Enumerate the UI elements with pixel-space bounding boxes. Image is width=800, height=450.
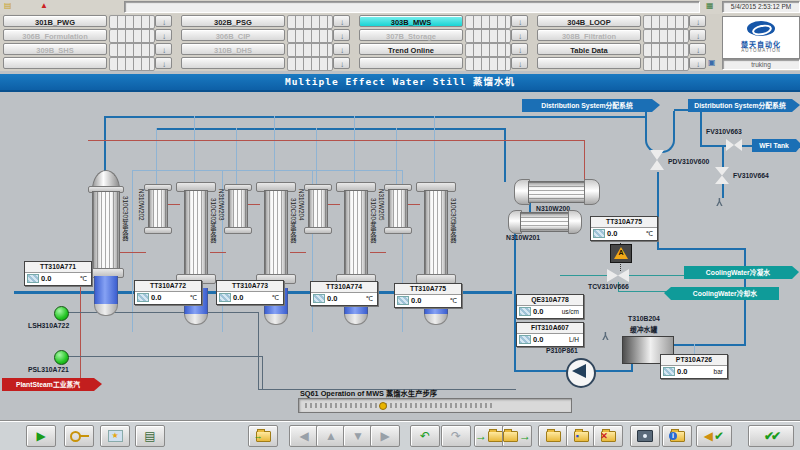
nav-306b-formulation[interactable]: 306B_Formulation	[3, 29, 107, 41]
arrow-right-icon	[792, 266, 799, 279]
logo-subtext: AUTOMATION	[723, 48, 799, 53]
pump-impeller-icon	[572, 364, 586, 378]
address-field[interactable]	[124, 1, 700, 13]
nav-309b-shs[interactable]: 309B_SHS	[3, 43, 107, 55]
qe310a778-display[interactable]: QE310A778 0.0us/cm	[516, 294, 584, 319]
nav-308b-filtration[interactable]: 308B_Filtration	[537, 29, 641, 41]
nav-up-button[interactable]: ▲	[316, 425, 346, 447]
nav-306b-cip[interactable]: 306B_CIP	[181, 29, 285, 41]
mini-app-icon[interactable]: ▣	[708, 59, 716, 67]
nav-down-button[interactable]: ▼	[343, 425, 373, 447]
pt310a726-display[interactable]: PT310A726 0.0bar	[660, 354, 728, 379]
tt310a775-condenser-display[interactable]: TT310A775 0.0℃	[590, 216, 658, 241]
pipe-steam	[584, 140, 585, 181]
nav-down-arrow-button[interactable]: ↓	[689, 43, 706, 55]
printer-icon[interactable]: ▦	[706, 2, 714, 10]
nav-blank-button[interactable]	[3, 57, 107, 69]
alarm-icon[interactable]: ▲	[40, 2, 48, 10]
fv664-valve[interactable]	[715, 167, 729, 184]
pipe	[262, 356, 263, 390]
quality-chip-icon	[663, 367, 675, 376]
folder-import-button[interactable]: →	[248, 425, 278, 447]
evaporator-column[interactable]	[264, 190, 288, 276]
tt310a772-display[interactable]: TT310A772 0.0℃	[134, 280, 202, 305]
nav-down-arrow-button[interactable]: ↓	[511, 43, 528, 55]
evaporator-column[interactable]	[92, 191, 120, 272]
ack-all-button[interactable]: ✔✔	[748, 425, 794, 447]
nav-blank-button[interactable]	[181, 57, 285, 69]
nav-down-arrow-button[interactable]: ↓	[155, 29, 172, 41]
evaporator-column[interactable]	[344, 190, 368, 276]
open-folder-icon	[546, 431, 561, 442]
report-button[interactable]: ▤	[135, 425, 165, 447]
info-button[interactable]: i	[662, 425, 692, 447]
fit310a607-display[interactable]: FIT310A607 0.0L/H	[516, 322, 584, 347]
nav-down-arrow-button[interactable]: ↓	[333, 29, 350, 41]
nav-down-arrow-button[interactable]: ↓	[511, 15, 528, 27]
nav-trend-online[interactable]: Trend Online	[359, 43, 463, 55]
pdv-valve-tag: PDV310V600	[668, 158, 709, 165]
redo-button[interactable]: ↷	[441, 425, 471, 447]
note-icon[interactable]: ▤	[4, 2, 12, 10]
wfi-tank-label[interactable]: WFI Tank	[752, 139, 796, 152]
save-button[interactable]: ▪	[566, 425, 596, 447]
evaporator-column[interactable]	[424, 190, 448, 276]
nav-down-arrow-button[interactable]: ↓	[333, 57, 350, 69]
plant-steam-label[interactable]: PlantSteam工业蒸汽	[2, 378, 94, 391]
nav-down-arrow-button[interactable]: ↓	[689, 15, 706, 27]
nav-down-arrow-button[interactable]: ↓	[511, 57, 528, 69]
nav-blank-button[interactable]	[359, 57, 463, 69]
nav-310b-dhs[interactable]: 310B_DHS	[181, 43, 285, 55]
preheater[interactable]	[308, 189, 328, 229]
condenser[interactable]	[528, 181, 586, 203]
undo-button[interactable]: ↶	[410, 425, 440, 447]
condenser[interactable]	[520, 212, 570, 232]
distribution-system-label[interactable]: Distribution System分配系统	[522, 99, 652, 112]
page-export-button[interactable]: →	[502, 425, 532, 447]
evaporator-tag: 310C302蒸发器	[210, 198, 216, 264]
nav-304b-loop[interactable]: 304B_LOOP	[537, 15, 641, 27]
cooling-water-label[interactable]: CoolingWater冷却水	[671, 287, 779, 300]
pdv-valve[interactable]	[650, 150, 664, 170]
nav-down-arrow-button[interactable]: ↓	[689, 29, 706, 41]
pump[interactable]	[566, 358, 596, 388]
evaporator-column[interactable]	[184, 190, 208, 276]
image-button[interactable]: ★	[100, 425, 130, 447]
nav-right-button[interactable]: ▶	[370, 425, 400, 447]
nav-left-button[interactable]: ◀	[289, 425, 319, 447]
run-button[interactable]: ▶	[26, 425, 56, 447]
tt310a774-display[interactable]: TT310A774 0.0℃	[310, 281, 378, 306]
nav-301b-pwg[interactable]: 301B_PWG	[3, 15, 107, 27]
nav-blank-button[interactable]	[537, 57, 641, 69]
instrument-tag: FIT310A607	[517, 323, 583, 334]
tcv-valve[interactable]	[607, 269, 629, 282]
key-button[interactable]	[64, 425, 94, 447]
tt310a773-display[interactable]: TT310A773 0.0℃	[216, 280, 284, 305]
tt310a775-display[interactable]: TT310A775 0.0℃	[394, 283, 462, 308]
nav-table-data[interactable]: Table Data	[537, 43, 641, 55]
audio-ack-button[interactable]: ◀✔	[696, 425, 732, 447]
nav-307b-storage[interactable]: 307B_Storage	[359, 29, 463, 41]
nav-303b-mws[interactable]: 303B_MWS	[359, 15, 463, 27]
open-button[interactable]	[538, 425, 568, 447]
page-import-button[interactable]: →	[474, 425, 504, 447]
nav-down-arrow-button[interactable]: ↓	[333, 15, 350, 27]
nav-302b-psg[interactable]: 302B_PSG	[181, 15, 285, 27]
nav-down-arrow-button[interactable]: ↓	[155, 15, 172, 27]
cooling-condensate-label[interactable]: CoolingWater冷凝水	[684, 266, 792, 279]
nav-down-arrow-button[interactable]: ↓	[689, 57, 706, 69]
delete-button[interactable]: ✕	[593, 425, 623, 447]
nav-down-arrow-button[interactable]: ↓	[511, 29, 528, 41]
preheater[interactable]	[228, 189, 248, 229]
nav-down-arrow-button[interactable]: ↓	[155, 57, 172, 69]
nav-down-arrow-button[interactable]: ↓	[333, 43, 350, 55]
distribution-system-label[interactable]: Distribution System分配系统	[688, 99, 792, 112]
fv663-valve[interactable]	[726, 139, 742, 151]
preview-button[interactable]	[630, 425, 660, 447]
sequence-step-bar[interactable]	[298, 398, 572, 413]
alarm-icon[interactable]: A	[610, 244, 632, 263]
preheater[interactable]	[388, 189, 408, 229]
nav-down-arrow-button[interactable]: ↓	[155, 43, 172, 55]
tt310a771-display[interactable]: TT310A771 0.0℃	[24, 261, 92, 286]
preheater[interactable]	[148, 189, 168, 229]
